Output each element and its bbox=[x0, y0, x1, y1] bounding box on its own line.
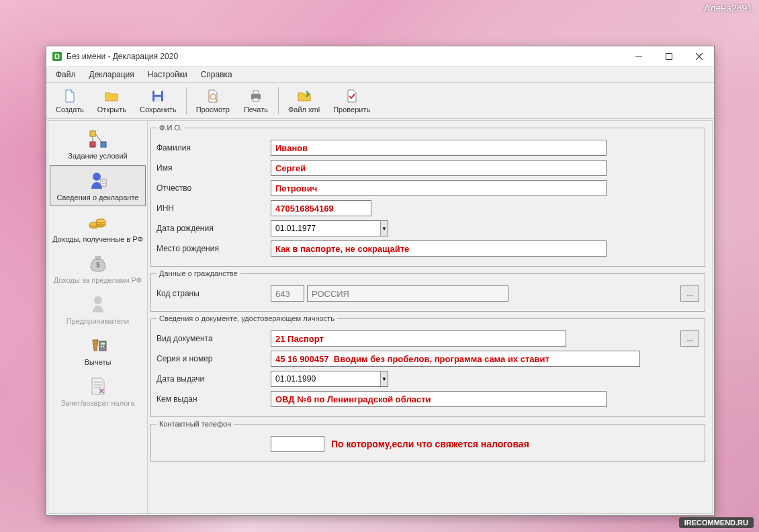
pob-input[interactable] bbox=[271, 240, 607, 257]
sidebar-item-declarant[interactable]: Сведения о декларанте bbox=[50, 165, 146, 206]
svg-rect-12 bbox=[253, 91, 259, 94]
toolbar-create[interactable]: Создать bbox=[49, 85, 91, 116]
person-icon bbox=[87, 170, 109, 191]
svg-text:D: D bbox=[54, 52, 60, 60]
fieldset-fio: Ф.И.О. Фамилия Имя Отчество ИНН bbox=[150, 124, 705, 267]
toolbar-separator bbox=[186, 87, 187, 114]
country-name-input bbox=[307, 285, 508, 302]
inn-input[interactable] bbox=[271, 200, 371, 216]
sidebar-item-label: Доходы за пределами РФ bbox=[54, 276, 142, 284]
sidebar-item-label: Предприниматели bbox=[66, 317, 129, 325]
dob-label: Дата рождения bbox=[157, 224, 271, 233]
sidebar-item-label: Сведения о декларанте bbox=[57, 193, 139, 202]
sidebar-item-tax-return: Зачет/возврат налога bbox=[50, 371, 146, 411]
open-folder-icon bbox=[103, 88, 120, 104]
sidebar-item-label: Вычеты bbox=[85, 358, 111, 366]
print-icon bbox=[248, 88, 264, 104]
window-title: Без имени - Декларация 2020 bbox=[66, 52, 623, 61]
menu-settings[interactable]: Настройки bbox=[141, 67, 194, 82]
menubar: Файл Декларация Настройки Справка bbox=[46, 66, 714, 83]
sidebar-item-deductions[interactable]: Вычеты bbox=[50, 330, 146, 370]
close-button[interactable] bbox=[684, 46, 714, 66]
fio-legend: Ф.И.О. bbox=[157, 124, 185, 132]
svg-point-29 bbox=[94, 296, 102, 304]
toolbar-save[interactable]: Сохранить bbox=[133, 85, 183, 116]
country-browse-button[interactable]: ... bbox=[680, 285, 699, 302]
name-input[interactable] bbox=[271, 160, 607, 176]
new-file-icon bbox=[62, 88, 78, 104]
sidebar-item-label: Задание условий bbox=[68, 152, 127, 160]
fieldset-document: Сведения о документе, удостоверяющем лич… bbox=[150, 314, 705, 417]
toolbar-separator bbox=[278, 87, 279, 114]
svg-rect-16 bbox=[90, 142, 95, 147]
toolbar-check[interactable]: Проверить bbox=[326, 85, 377, 116]
sidebar-item-income-rf[interactable]: Доходы, полученные в РФ bbox=[50, 208, 146, 247]
dob-input[interactable] bbox=[271, 221, 380, 236]
surname-input[interactable] bbox=[271, 140, 607, 156]
citizenship-legend: Данные о гражданстве bbox=[157, 269, 240, 277]
entrepreneur-icon bbox=[87, 294, 109, 315]
sidebar-item-label: Зачет/возврат налога bbox=[61, 399, 135, 407]
sidebar-item-conditions[interactable]: Задание условий bbox=[50, 124, 146, 164]
country-code-input bbox=[271, 285, 304, 302]
content-area: Задание условий Сведения о декларанте До… bbox=[48, 120, 713, 514]
svg-rect-14 bbox=[90, 131, 95, 136]
issue-date-label: Дата выдачи bbox=[157, 374, 271, 384]
svg-rect-31 bbox=[101, 343, 105, 345]
toolbar: Создать Открыть Сохранить Просмотр Печат… bbox=[46, 83, 714, 119]
surname-label: Фамилия bbox=[157, 143, 271, 152]
doc-type-browse-button[interactable]: ... bbox=[680, 330, 699, 347]
chevron-down-icon[interactable]: ▼ bbox=[380, 371, 388, 386]
issue-date-input[interactable] bbox=[271, 371, 380, 386]
issue-date-picker[interactable]: ▼ bbox=[271, 371, 388, 387]
coins-icon bbox=[87, 212, 109, 233]
patronymic-label: Отчество bbox=[157, 183, 271, 193]
document-legend: Сведения о документе, удостоверяющем лич… bbox=[157, 314, 337, 322]
sidebar-item-label: Доходы, полученные в РФ bbox=[52, 235, 143, 243]
conditions-icon bbox=[87, 128, 109, 150]
patronymic-input[interactable] bbox=[271, 180, 607, 196]
svg-rect-32 bbox=[101, 346, 102, 347]
issuer-label: Кем выдан bbox=[157, 394, 271, 404]
minimize-button[interactable] bbox=[623, 46, 654, 66]
fieldset-citizenship: Данные о гражданстве Код страны ... bbox=[150, 269, 705, 312]
pob-label: Место рождения bbox=[157, 244, 271, 253]
doc-type-label: Вид документа bbox=[157, 334, 271, 343]
xml-icon bbox=[296, 88, 312, 104]
svg-point-19 bbox=[93, 173, 101, 181]
dob-picker[interactable]: ▼ bbox=[271, 220, 388, 236]
issuer-input[interactable] bbox=[271, 391, 607, 407]
moneybag-icon: $ bbox=[87, 253, 109, 274]
sidebar-item-entrepreneur: Предприниматели bbox=[50, 290, 146, 329]
toolbar-xml[interactable]: Файл xml bbox=[281, 85, 326, 116]
document-icon bbox=[87, 375, 109, 397]
toolbar-preview[interactable]: Просмотр bbox=[189, 85, 236, 116]
menu-help[interactable]: Справка bbox=[194, 67, 239, 82]
sidebar: Задание условий Сведения о декларанте До… bbox=[48, 121, 148, 513]
phone-legend: Контактный телефон bbox=[157, 420, 234, 428]
maximize-button[interactable] bbox=[654, 46, 684, 66]
menu-file[interactable]: Файл bbox=[49, 67, 83, 82]
app-icon: D bbox=[52, 51, 62, 62]
svg-rect-7 bbox=[154, 91, 161, 95]
menu-declaration[interactable]: Декларация bbox=[83, 67, 141, 82]
titlebar[interactable]: D Без имени - Декларация 2020 bbox=[46, 46, 714, 66]
phone-input[interactable] bbox=[271, 436, 324, 452]
chevron-down-icon[interactable]: ▼ bbox=[380, 221, 388, 236]
series-label: Серия и номер bbox=[157, 354, 271, 363]
app-window: D Без имени - Декларация 2020 Файл Декла… bbox=[46, 46, 715, 516]
inn-label: ИНН bbox=[157, 204, 271, 213]
svg-rect-8 bbox=[154, 97, 161, 101]
phone-annotation: По которому,если что свяжется налоговая bbox=[327, 439, 529, 449]
series-input[interactable] bbox=[271, 351, 640, 367]
form-area: Ф.И.О. Фамилия Имя Отчество ИНН bbox=[148, 121, 712, 513]
toolbar-open[interactable]: Открыть bbox=[91, 85, 133, 116]
toolbar-print[interactable]: Печать bbox=[236, 85, 275, 116]
name-label: Имя bbox=[157, 163, 271, 173]
svg-text:$: $ bbox=[96, 261, 100, 269]
svg-line-17 bbox=[95, 134, 103, 144]
svg-rect-33 bbox=[103, 346, 104, 347]
svg-point-27 bbox=[96, 219, 105, 223]
fieldset-phone: Контактный телефон По которому,если что … bbox=[150, 420, 705, 462]
doc-type-input[interactable] bbox=[271, 330, 566, 347]
